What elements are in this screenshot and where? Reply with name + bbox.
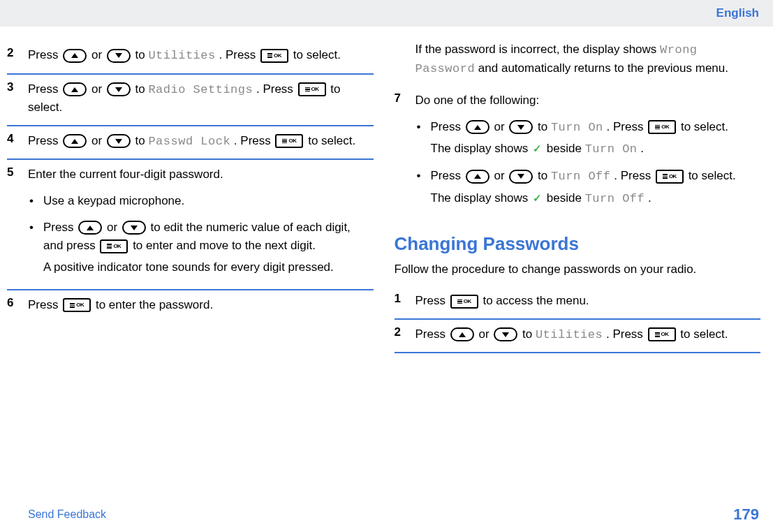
ok-button-icon: OK <box>450 295 478 309</box>
step-3: 3 Press or to Radio Settings . Press OK … <box>7 75 374 126</box>
text: beside <box>547 191 585 205</box>
down-button-icon <box>107 49 131 63</box>
tone-note: A positive indicator tone sounds for eve… <box>43 258 374 276</box>
up-button-icon <box>466 170 489 184</box>
ok-button-icon: OK <box>260 49 288 63</box>
step-number: 1 <box>395 292 408 310</box>
text: or <box>478 327 492 341</box>
up-button-icon <box>63 82 87 96</box>
left-column: 2 Press or to Utilities . Press OK to se… <box>7 40 374 353</box>
up-button-icon <box>78 221 102 235</box>
text: or <box>494 120 508 133</box>
bullet-text: Press or to Turn On . Press OK to select… <box>431 118 761 159</box>
bullet-list: • Press or to Turn On . Press OK to sele… <box>415 110 761 212</box>
text: Press <box>28 48 61 61</box>
text: to select. <box>293 48 341 61</box>
bullet-item: • Press or to Turn Off . Press OK to sel… <box>415 163 761 212</box>
check-icon: ✓ <box>533 190 542 206</box>
check-icon: ✓ <box>533 140 542 156</box>
text: Press <box>28 298 61 311</box>
text: to <box>135 82 149 96</box>
up-button-icon <box>63 49 87 63</box>
step-body: Press or to Passwd Lock . Press OK to se… <box>28 132 374 151</box>
text: Press <box>415 327 449 341</box>
step-number: 2 <box>7 46 21 65</box>
text: to select. <box>681 120 728 133</box>
menu-option: Utilities <box>148 49 215 62</box>
top-bar: English <box>0 0 773 27</box>
menu-option: Turn On <box>551 121 603 134</box>
page-number: 179 <box>733 505 759 524</box>
bullet-text: Press or to edit the numeric value of ea… <box>43 219 374 276</box>
menu-option: Turn Off <box>585 192 645 205</box>
step-number: 2 <box>395 325 408 344</box>
text: to <box>538 120 551 133</box>
ok-button-icon: OK <box>63 298 91 312</box>
bullet-text: Press or to Turn Off . Press OK to selec… <box>431 167 761 208</box>
text: . Press <box>256 82 297 96</box>
step-number: 7 <box>395 91 408 212</box>
bullet-item: • Use a keypad microphone. <box>28 188 374 214</box>
text: The display shows <box>431 142 532 155</box>
step-5: 5 Enter the current four-digit password.… <box>7 160 374 290</box>
step-6: 6 Press OK to enter the password. <box>7 290 374 323</box>
step-number-spacer <box>395 40 408 77</box>
text: to select. <box>689 169 736 182</box>
text: to select. <box>680 327 728 341</box>
down-button-icon <box>107 82 131 96</box>
text: . Press <box>219 48 259 61</box>
bullet-marker: • <box>415 167 422 208</box>
text: . Press <box>606 327 647 341</box>
step-body: Press OK to access the menu. <box>415 292 761 310</box>
step-intro: Do one of the following: <box>415 91 761 110</box>
up-button-icon <box>466 120 489 134</box>
step-number: 5 <box>7 165 21 281</box>
section-heading: Changing Passwords <box>395 233 761 255</box>
down-button-icon <box>494 327 517 341</box>
step-body: Press or to Utilities . Press OK to sele… <box>415 325 761 344</box>
right-column: If the password is incorrect, the displa… <box>395 40 761 353</box>
text: Press <box>431 120 464 133</box>
step-2: 2 Press or to Utilities . Press OK to se… <box>7 40 374 75</box>
bullet-list: • Use a keypad microphone. • Press or to… <box>28 184 374 281</box>
step-number: 4 <box>7 132 21 151</box>
text: Press <box>28 134 61 147</box>
menu-option: Radio Settings <box>148 83 253 96</box>
step-7: 7 Do one of the following: • Press or to… <box>395 86 761 221</box>
step-4: 4 Press or to Passwd Lock . Press OK to … <box>7 126 374 161</box>
ok-button-icon: OK <box>298 82 326 96</box>
ok-button-icon: OK <box>656 170 684 184</box>
down-button-icon <box>509 120 533 134</box>
text: or <box>91 134 105 147</box>
ok-button-icon: OK <box>100 239 128 253</box>
text: to select. <box>308 134 355 147</box>
text: If the password is incorrect, the displa… <box>415 43 661 56</box>
result-text: The display shows ✓ beside Turn Off . <box>431 189 761 208</box>
text: or <box>494 169 508 182</box>
text: . <box>648 191 651 205</box>
step-body: If the password is incorrect, the displa… <box>415 40 761 77</box>
result-text: The display shows ✓ beside Turn On . <box>431 140 761 158</box>
text: to <box>522 327 536 341</box>
language-label: English <box>716 6 759 20</box>
step-6-continuation: If the password is incorrect, the displa… <box>395 40 761 86</box>
text: beside <box>547 142 585 155</box>
step-body: Press OK to enter the password. <box>28 296 374 314</box>
down-button-icon <box>107 134 131 148</box>
text: and automatically returns to the previou… <box>478 61 728 75</box>
ok-button-icon: OK <box>648 120 676 134</box>
bullet-marker: • <box>415 118 422 159</box>
text: or <box>107 221 121 234</box>
text: Press <box>415 294 449 307</box>
text: Press <box>431 169 464 182</box>
menu-option: Passwd Lock <box>148 135 230 148</box>
text: Press <box>28 82 61 96</box>
text: or <box>91 48 105 61</box>
step-intro: Enter the current four-digit password. <box>28 165 374 184</box>
send-feedback-link[interactable]: Send Feedback <box>28 508 106 521</box>
bullet-marker: • <box>28 219 35 276</box>
text: . Press <box>234 134 274 147</box>
text: to enter and move to the next digit. <box>133 239 316 252</box>
down-button-icon <box>509 170 533 184</box>
section-intro: Follow the procedure to change passwords… <box>395 260 761 279</box>
